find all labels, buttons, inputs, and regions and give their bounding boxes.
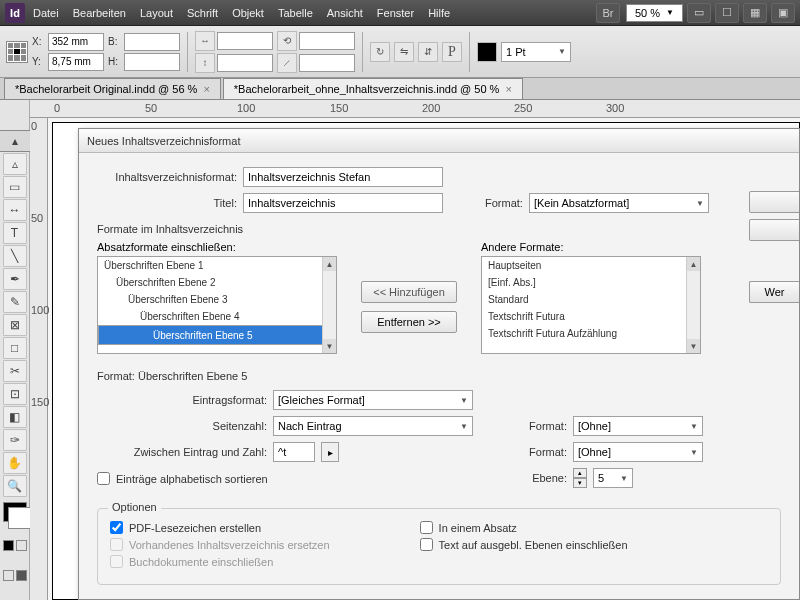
shear-input[interactable] [299,54,355,72]
alpha-sort-checkbox[interactable]: Einträge alphabetisch sortieren [97,472,477,485]
viewmode-icon[interactable]: ▭ [687,3,711,23]
include-formats-list[interactable]: Überschriften Ebene 1 Überschriften Eben… [97,256,337,354]
arrange-icon[interactable]: ▦ [743,3,767,23]
y-input[interactable] [48,53,104,71]
gap-tool[interactable]: ↔ [3,199,27,221]
page-tool[interactable]: ▭ [3,176,27,198]
list-item[interactable]: Überschriften Ebene 1 [98,257,336,274]
between-format-dropdown[interactable]: [Ohne]▼ [573,442,703,462]
pdf-bookmarks-checkbox[interactable]: PDF-Lesezeichen erstellen [110,521,330,534]
reference-point[interactable] [6,41,28,63]
zoom-value: 50 % [635,7,660,19]
ok-button[interactable]: . [749,191,799,213]
fill-swatch[interactable] [477,42,497,62]
special-char-button[interactable]: ▸ [321,442,339,462]
width-input[interactable] [124,33,180,51]
menu-datei[interactable]: Datei [33,7,59,19]
flip-v-icon[interactable]: ⇵ [418,42,438,62]
p-icon[interactable]: P [442,42,462,62]
scrollbar[interactable]: ▲▼ [686,257,700,353]
remove-button[interactable]: Entfernen >> [361,311,457,333]
menu-objekt[interactable]: Objekt [232,7,264,19]
view-preview[interactable] [16,570,27,581]
scissors-tool[interactable]: ✂ [3,360,27,382]
title-format-dropdown[interactable]: [Kein Absatzformat]▼ [529,193,709,213]
list-item[interactable]: Standard [482,291,700,308]
zoom-tool[interactable]: 🔍 [3,475,27,497]
rotate-input[interactable] [299,32,355,50]
rect-frame-tool[interactable]: ⊠ [3,314,27,336]
weniger-button[interactable]: Wer [749,281,799,303]
level-dropdown[interactable]: 5▼ [593,468,633,488]
list-item[interactable]: Textschrift Futura Aufzählung [482,325,700,342]
pen-tool[interactable]: ✒ [3,268,27,290]
menu-ansicht[interactable]: Ansicht [327,7,363,19]
b-label: B: [108,36,122,47]
type-tool[interactable]: T [3,222,27,244]
menu-layout[interactable]: Layout [140,7,173,19]
zoom-dropdown[interactable]: 50 %▼ [626,4,683,22]
menu-bearbeiten[interactable]: Bearbeiten [73,7,126,19]
ruler-vertical: 050100150 [30,118,48,600]
entry-format-dropdown[interactable]: [Gleiches Format]▼ [273,390,473,410]
menu-hilfe[interactable]: Hilfe [428,7,450,19]
pencil-tool[interactable]: ✎ [3,291,27,313]
other-formats-list[interactable]: Hauptseiten [Einf. Abs.] Standard Textsc… [481,256,701,354]
flip-h-icon[interactable]: ⇋ [394,42,414,62]
gradient-tool[interactable]: ◧ [3,406,27,428]
bridge-button[interactable]: Br [596,3,620,23]
level-spinner[interactable]: ▴▾ [573,468,587,488]
direct-selection-tool[interactable]: ▵ [3,153,27,175]
scroll-up-icon[interactable]: ▲ [323,257,336,271]
scroll-up-icon[interactable]: ▲ [687,257,700,271]
list-item[interactable]: Überschriften Ebene 3 [98,291,336,308]
screenmode-icon[interactable]: ☐ [715,3,739,23]
scroll-down-icon[interactable]: ▼ [687,339,700,353]
title-format-label: Format: [485,197,523,209]
workspace-icon[interactable]: ▣ [771,3,795,23]
eyedropper-tool[interactable]: ✑ [3,429,27,451]
apply-color[interactable] [3,540,14,551]
transform-tool[interactable]: ⊡ [3,383,27,405]
close-icon[interactable]: × [203,83,209,95]
between-format-label: Format: [519,446,567,458]
fill-stroke-swatch[interactable] [3,502,27,522]
scrollbar[interactable]: ▲▼ [322,257,336,353]
rotate-cw-icon[interactable]: ↻ [370,42,390,62]
list-item[interactable]: Überschriften Ebene 5 [98,325,336,345]
line-tool[interactable]: ╲ [3,245,27,267]
hidden-layers-checkbox[interactable]: Text auf ausgebl. Ebenen einschließen [420,538,628,551]
hand-tool[interactable]: ✋ [3,452,27,474]
page-num-dropdown[interactable]: Nach Eintrag▼ [273,416,473,436]
scale-x-input[interactable] [217,32,273,50]
in-paragraph-checkbox[interactable]: In einem Absatz [420,521,628,534]
list-item[interactable]: Hauptseiten [482,257,700,274]
scroll-down-icon[interactable]: ▼ [323,339,336,353]
menu-tabelle[interactable]: Tabelle [278,7,313,19]
format-name-input[interactable] [243,167,443,187]
menu-fenster[interactable]: Fenster [377,7,414,19]
x-input[interactable] [48,33,104,51]
tab-bachelorarbeit-ohne[interactable]: *Bachelorarbeit_ohne_Inhaltsverzeichnis.… [223,78,523,99]
x-label: X: [32,36,46,47]
height-input[interactable] [124,53,180,71]
tab-bachelorarbeit-original[interactable]: *Bachelorarbeit Original.indd @ 56 %× [4,78,221,99]
between-input[interactable] [273,442,315,462]
title-input[interactable] [243,193,443,213]
opt-label: Buchdokumente einschließen [129,556,273,568]
list-item[interactable]: [Einf. Abs.] [482,274,700,291]
list-item[interactable]: Überschriften Ebene 2 [98,274,336,291]
list-item[interactable]: Überschriften Ebene 4 [98,308,336,325]
close-icon[interactable]: × [505,83,511,95]
rect-tool[interactable]: □ [3,337,27,359]
view-normal[interactable] [3,570,14,581]
apply-none[interactable] [16,540,27,551]
list-item[interactable]: Textschrift Futura [482,308,700,325]
add-button[interactable]: << Hinzufügen [361,281,457,303]
page-num-format-dropdown[interactable]: [Ohne]▼ [573,416,703,436]
scale-y-input[interactable] [217,54,273,72]
menu-schrift[interactable]: Schrift [187,7,218,19]
ruler-horizontal: 050100150200250300 [30,100,800,118]
cancel-button[interactable]: . [749,219,799,241]
stroke-weight[interactable]: 1 Pt▼ [501,42,571,62]
